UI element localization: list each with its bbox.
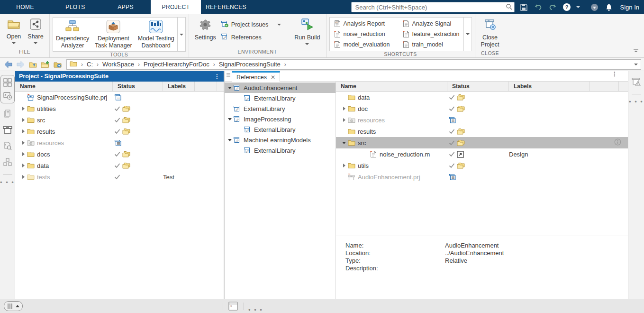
sign-in-button[interactable]: Sign In <box>618 4 639 11</box>
dependencies-icon[interactable] <box>2 156 13 168</box>
column-header-name[interactable]: Name <box>336 82 447 91</box>
expander-collapsed-icon[interactable] <box>20 118 27 122</box>
breadcrumb-item[interactable]: C: <box>87 61 93 68</box>
help-dropdown-icon[interactable] <box>576 6 580 8</box>
project-panel-icon[interactable] <box>2 124 13 136</box>
project-row-resources[interactable]: resources <box>15 137 224 148</box>
breadcrumb-dropdown-icon[interactable] <box>634 64 638 65</box>
model-testing-dashboard-button[interactable]: Model TestingDashboard <box>135 18 177 51</box>
save-icon[interactable] <box>519 2 529 12</box>
shortcut-analyze-signal[interactable]: Analyze Signal <box>400 18 462 29</box>
expander-collapsed-icon[interactable] <box>341 118 347 122</box>
breadcrumb-item[interactable]: ProjectHierarchyForDoc <box>144 61 209 68</box>
column-header-status[interactable]: Status <box>113 82 163 91</box>
project-row-signalprocessingsuite-prj[interactable]: SignalProcessingSuite.prj <box>15 92 224 103</box>
notifications-bell-icon[interactable] <box>604 2 614 12</box>
files-row-data[interactable]: data <box>336 92 628 103</box>
command-window-icon[interactable]: » <box>228 302 238 312</box>
reference-node-externallibrary[interactable]: ExternalLibrary <box>225 124 336 135</box>
search-input[interactable] <box>351 2 515 12</box>
close-project-button[interactable]: CloseProject <box>478 16 502 50</box>
back-button[interactable] <box>3 59 13 70</box>
column-header-status[interactable]: Status <box>447 82 509 91</box>
tab-apps[interactable]: APPS <box>100 0 151 14</box>
project-panel-menu-icon[interactable]: ⋮ <box>214 75 220 77</box>
shortcut-model-evaluation[interactable]: model_evaluation <box>332 39 392 50</box>
command-history-icon[interactable] <box>2 90 13 101</box>
expander-collapsed-icon[interactable] <box>341 164 347 167</box>
deployment-task-manager-button[interactable]: DeploymentTask Manager <box>92 18 135 51</box>
shortcut-feature-extraction[interactable]: feature_extraction <box>400 29 462 39</box>
files-row-results[interactable]: results <box>336 126 628 137</box>
reference-node-externallibrary[interactable]: ExternalLibrary <box>225 145 336 156</box>
expander-collapsed-icon[interactable] <box>20 175 27 179</box>
shortcuts-gallery-dropdown[interactable] <box>463 18 472 51</box>
settings-button[interactable]: Settings <box>192 16 219 43</box>
shortcut-train-model[interactable]: train_model <box>400 39 462 50</box>
tab-list-icon[interactable] <box>226 72 231 79</box>
tab-project[interactable]: PROJECT <box>151 0 201 14</box>
column-header-labels[interactable]: Labels <box>163 82 195 91</box>
search-files-icon[interactable] <box>2 140 13 152</box>
statusbar-more-button[interactable]: • • • <box>248 306 263 313</box>
run-build-button[interactable]: Run Build <box>291 16 323 47</box>
project-issues-panel-icon[interactable] <box>631 76 642 87</box>
redo-icon[interactable] <box>548 2 557 12</box>
collapse-ribbon-icon[interactable] <box>633 47 639 55</box>
tab-bar-menu-icon[interactable]: ⋮ <box>612 73 617 75</box>
reference-node-externallibrary[interactable]: ExternalLibrary <box>225 93 336 103</box>
breadcrumb-item[interactable]: SignalProcessingSuite <box>219 61 281 68</box>
search-icon[interactable] <box>506 3 512 11</box>
files-row-resources[interactable]: resources <box>336 114 628 126</box>
up-one-level-button[interactable] <box>27 59 38 70</box>
tab-references[interactable]: References ✕ <box>232 71 280 82</box>
close-tab-icon[interactable]: ✕ <box>271 74 275 81</box>
panel-toggle-button[interactable] <box>4 301 23 311</box>
browse-folder-button[interactable] <box>52 59 63 70</box>
project-issues-button[interactable]: Project Issues <box>221 20 281 29</box>
undo-icon[interactable] <box>534 2 543 12</box>
breadcrumb-item[interactable]: WorkSpace <box>102 61 134 68</box>
column-header-name[interactable]: Name <box>15 82 113 91</box>
expander-collapsed-icon[interactable] <box>20 107 27 110</box>
reference-node-audioenhancement[interactable]: AudioEnhancement <box>225 83 336 93</box>
files-row-utils[interactable]: utils <box>336 160 628 171</box>
project-row-utilities[interactable]: utilities <box>15 103 224 114</box>
expander-collapsed-icon[interactable] <box>20 152 27 156</box>
tools-gallery-dropdown[interactable] <box>177 18 185 51</box>
column-header-labels[interactable]: Labels <box>509 82 590 91</box>
references-button[interactable]: References <box>221 33 281 42</box>
project-row-docs[interactable]: docs <box>15 148 224 160</box>
forward-button[interactable] <box>15 59 26 70</box>
reference-node-machinelearningmodels[interactable]: MachineLearningModels <box>225 135 336 145</box>
account-icon[interactable] <box>590 2 599 12</box>
help-icon[interactable]: ? <box>562 2 571 12</box>
files-row-noise-reduction-m[interactable]: noise_reduction.mDesign <box>336 148 628 160</box>
expander-collapsed-icon[interactable] <box>20 129 27 133</box>
files-row-audioenhancement-prj[interactable]: AudioEnhancement.prj <box>336 171 628 183</box>
layout-grid-icon[interactable] <box>2 77 13 88</box>
more-panels-button[interactable]: • • • <box>629 98 644 105</box>
files-panel-icon[interactable] <box>2 108 13 120</box>
share-button[interactable]: Share <box>25 16 46 46</box>
expander-collapsed-icon[interactable] <box>20 141 27 145</box>
breadcrumb[interactable]: ›C:›WorkSpace›ProjectHierarchyForDoc›Sig… <box>66 59 641 70</box>
open-button[interactable]: Open <box>3 16 25 46</box>
files-row-src[interactable]: src <box>336 137 628 148</box>
shortcut-noise-reduction[interactable]: noise_reduction <box>332 29 392 39</box>
tab-home[interactable]: HOME <box>0 0 50 14</box>
files-row-doc[interactable]: doc <box>336 103 628 114</box>
project-row-data[interactable]: data <box>15 160 224 171</box>
dependency-analyzer-button[interactable]: DependencyAnalyzer <box>53 18 92 51</box>
shortcut-analysis-report[interactable]: </>Analysis Report <box>332 18 392 29</box>
info-icon[interactable] <box>614 138 621 147</box>
expander-expanded-icon[interactable] <box>341 142 347 144</box>
project-row-results[interactable]: results <box>15 126 224 137</box>
expander-expanded-icon[interactable] <box>227 118 233 120</box>
new-folder-button[interactable] <box>40 59 50 70</box>
expander-expanded-icon[interactable] <box>227 87 233 89</box>
tab-plots[interactable]: PLOTS <box>50 0 100 14</box>
project-row-src[interactable]: src <box>15 114 224 126</box>
expander-expanded-icon[interactable] <box>227 139 233 141</box>
expander-collapsed-icon[interactable] <box>341 107 347 110</box>
